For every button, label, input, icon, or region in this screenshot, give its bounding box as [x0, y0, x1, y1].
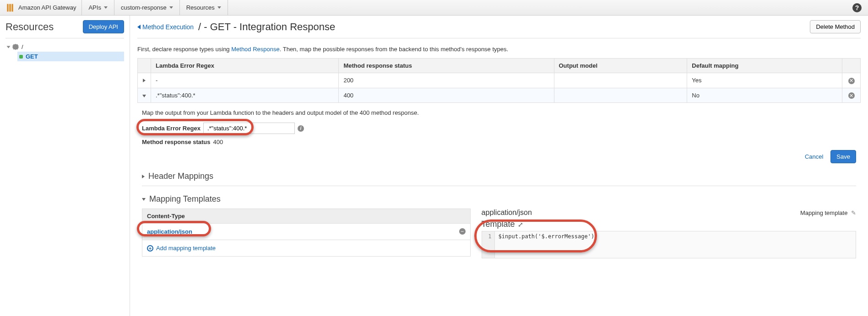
template-content-type: application/json: [482, 209, 532, 217]
add-mapping-template[interactable]: + Add mapping template: [147, 245, 466, 252]
section-title: Mapping Templates: [149, 194, 221, 204]
remove-content-type-icon[interactable]: −: [459, 228, 466, 235]
response-table: Lambda Error Regex Method response statu…: [137, 58, 861, 103]
method-badge-icon: [19, 55, 23, 59]
edit-icon[interactable]: ✎: [851, 209, 856, 216]
col-toggle: [138, 59, 151, 73]
svg-rect-0: [7, 4, 8, 11]
expand-icon[interactable]: [143, 79, 146, 82]
section-toggle-icon: [142, 198, 146, 201]
cell-model: [554, 88, 687, 103]
menu-resources[interactable]: Resources: [180, 0, 228, 15]
section-divider: [142, 186, 856, 186]
service-brand[interactable]: Amazon API Gateway: [0, 0, 82, 15]
intro-text: First, declare response types using Meth…: [137, 46, 861, 53]
regex-input[interactable]: [203, 123, 295, 134]
menu-label: Resources: [186, 4, 215, 11]
method-response-link[interactable]: Method Response: [231, 46, 280, 53]
menu-label: APIs: [88, 4, 101, 11]
intro-pre: First, declare response types using: [137, 46, 231, 53]
col-status: Method response status: [339, 59, 554, 73]
back-method-execution[interactable]: Method Execution: [137, 23, 194, 31]
sidebar-title: Resources: [5, 21, 54, 33]
highlight-ring: [474, 220, 597, 252]
collapse-icon[interactable]: [142, 95, 146, 97]
col-default: Default mapping: [687, 59, 842, 73]
mapping-template-text: Mapping template: [800, 209, 847, 216]
help-icon: ?: [852, 3, 862, 12]
regex-label: Lambda Error Regex: [142, 125, 201, 132]
plus-icon: +: [147, 245, 153, 252]
content-type-table: Content-Type application/json − +: [142, 209, 471, 257]
cell-regex: .*"status":400.*: [151, 88, 339, 103]
tree-method-label: GET: [26, 53, 38, 60]
status-label: Method response status: [142, 139, 211, 145]
caret-down-icon: [104, 6, 108, 9]
col-model: Output model: [554, 59, 687, 73]
section-toggle-icon: [142, 175, 145, 178]
page-title: / - GET - Integration Response: [198, 21, 335, 33]
table-row[interactable]: .*"status":400.* 400 No ✕: [138, 88, 861, 103]
status-value: 400: [213, 139, 223, 145]
svg-rect-2: [11, 4, 13, 11]
service-name: Amazon API Gateway: [18, 4, 76, 11]
delete-row-icon[interactable]: ✕: [848, 78, 855, 84]
tree-toggle-icon: [7, 46, 11, 48]
deploy-api-button[interactable]: Deploy API: [83, 20, 124, 33]
tree-root[interactable]: /: [5, 42, 124, 52]
caret-down-icon: [217, 6, 221, 9]
caret-down-icon: [169, 6, 173, 9]
col-regex: Lambda Error Regex: [151, 59, 339, 73]
section-title: Header Mappings: [148, 171, 213, 181]
col-delete: [842, 59, 861, 73]
mapping-description: Map the output from your Lambda function…: [142, 109, 856, 116]
header-mappings-section[interactable]: Header Mappings: [142, 171, 856, 181]
mapping-templates-section[interactable]: Mapping Templates: [142, 194, 856, 204]
svg-rect-1: [9, 4, 11, 11]
menu-apis[interactable]: APIs: [82, 0, 114, 15]
cell-default: Yes: [687, 73, 842, 88]
resource-icon: [12, 44, 19, 50]
cancel-button[interactable]: Cancel: [801, 150, 827, 163]
intro-post: . Then, map the possible responses from …: [280, 46, 508, 53]
delete-row-icon[interactable]: ✕: [848, 92, 855, 99]
info-icon[interactable]: i: [298, 125, 304, 132]
cell-default: No: [687, 88, 842, 103]
tree-root-label: /: [22, 43, 23, 50]
highlight-ring: [137, 221, 211, 236]
menu-label: custom-response: [121, 4, 167, 11]
table-row[interactable]: - 200 Yes ✕: [138, 73, 861, 88]
divider: [5, 38, 124, 38]
back-label: Method Execution: [142, 23, 194, 31]
arrow-left-icon: [137, 25, 141, 29]
cell-model: [554, 73, 687, 88]
cell-regex: -: [151, 73, 339, 88]
tree-method-get[interactable]: GET: [17, 52, 124, 61]
cell-status: 400: [339, 88, 554, 103]
delete-method-button[interactable]: Delete Method: [810, 20, 861, 33]
menu-api-selected[interactable]: custom-response: [114, 0, 180, 15]
add-template-label: Add mapping template: [156, 245, 216, 252]
mapping-template-label: Mapping template ✎: [800, 209, 856, 216]
help-button[interactable]: ?: [846, 0, 868, 15]
cell-status: 200: [339, 73, 554, 88]
aws-logo-icon: [5, 3, 15, 12]
save-button[interactable]: Save: [830, 150, 856, 163]
